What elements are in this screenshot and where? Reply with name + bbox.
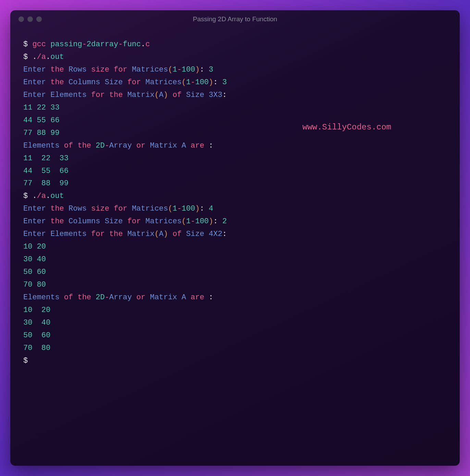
window-title: Passing 2D Array to Function: [193, 15, 277, 23]
terminal-line: 30 40: [23, 253, 447, 266]
terminal-line: 70 80: [23, 342, 447, 355]
terminal-line: Enter the Rows size for Matrices(1-100):…: [23, 64, 447, 76]
terminal-line: 50 60: [23, 266, 447, 279]
terminal-line: 44 55 66: [23, 165, 447, 178]
terminal-line: Elements of the 2D-Array or Matrix A are…: [23, 140, 447, 152]
terminal-line: Enter Elements for the Matrix(A) of Size…: [23, 89, 447, 102]
terminal-line: 30 40: [23, 317, 447, 329]
close-icon[interactable]: [18, 16, 24, 22]
terminal-line: 11 22 33: [23, 102, 447, 114]
terminal-line: Enter the Columns Size for Matrices(1-10…: [23, 215, 447, 228]
titlebar: Passing 2D Array to Function: [10, 10, 460, 28]
terminal-line: Enter the Columns Size for Matrices(1-10…: [23, 76, 447, 89]
traffic-lights: [18, 16, 42, 22]
terminal-line: Enter the Rows size for Matrices(1-100):…: [23, 203, 447, 215]
terminal-line: $ ./a.out: [23, 190, 447, 203]
terminal-line: 70 80: [23, 279, 447, 291]
terminal-line: 11 22 33: [23, 152, 447, 165]
terminal-line: 10 20: [23, 241, 447, 253]
terminal-prompt: $: [23, 355, 447, 367]
terminal-line: Elements of the 2D-Array or Matrix A are…: [23, 291, 447, 304]
watermark: www.SillyCodes.com: [302, 121, 391, 134]
terminal-window: Passing 2D Array to Function www.SillyCo…: [10, 10, 460, 466]
terminal-line: 77 88 99: [23, 177, 447, 190]
terminal-line: 10 20: [23, 304, 447, 317]
terminal-line: $ ./a.out: [23, 51, 447, 64]
terminal-content[interactable]: www.SillyCodes.com $ gcc passing-2darray…: [10, 28, 460, 378]
terminal-line: $ gcc passing-2darray-func.c: [23, 38, 447, 51]
minimize-icon[interactable]: [27, 16, 33, 22]
terminal-line: Enter Elements for the Matrix(A) of Size…: [23, 228, 447, 241]
maximize-icon[interactable]: [36, 16, 42, 22]
terminal-line: 50 60: [23, 329, 447, 342]
